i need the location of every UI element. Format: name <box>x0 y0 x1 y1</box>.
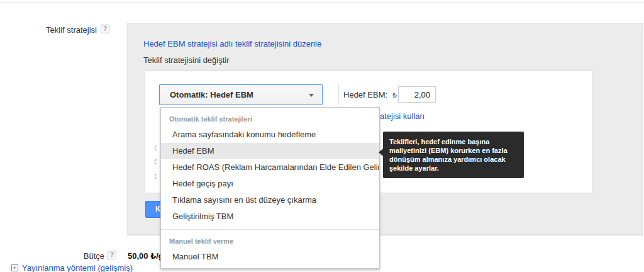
radio-fragment <box>155 159 157 164</box>
menu-item[interactable]: Arama sayfasındaki konumu hedefleme <box>161 127 379 143</box>
tooltip-arrow-icon <box>379 149 383 156</box>
target-cpa-tooltip: Teklifleri, hedef edinme başınamaliyetin… <box>383 132 524 178</box>
top-divider <box>0 2 644 3</box>
tooltip-line: maliyetinizi (EBM) korurken en fazla <box>389 146 518 155</box>
bid-strategy-help-icon[interactable]: ? <box>101 25 109 33</box>
menu-group-header: Otomatik teklif stratejileri <box>161 111 379 127</box>
menu-separator <box>161 229 379 230</box>
tooltip-line: Teklifleri, hedef edinme başına <box>389 137 518 146</box>
currency-lira-icon: ₺ <box>392 91 397 99</box>
menu-item[interactable]: Tıklama sayısını en üst düzeye çıkarma <box>161 192 379 208</box>
bid-strategy-select-value: Otomatik: Hedef EBM <box>170 90 253 99</box>
bid-strategy-menu: Otomatik teklif stratejileriArama sayfas… <box>160 107 380 269</box>
target-cpa-input[interactable] <box>398 86 436 103</box>
bid-strategy-label: Teklif stratejisi <box>0 25 97 35</box>
vertical-divider <box>338 84 339 105</box>
change-strategy-label: Teklif stratejisini değiştir <box>143 55 230 65</box>
tooltip-line: dönüşüm almanıza yardımcı olacak <box>389 155 518 164</box>
radio-fragment <box>155 174 157 179</box>
menu-item[interactable]: Manuel TBM <box>161 249 379 265</box>
radio-fragment <box>155 145 157 150</box>
tooltip-text: Teklifleri, hedef edinme başınamaliyetin… <box>389 137 518 173</box>
menu-item[interactable]: Hedef EBM <box>161 143 379 159</box>
budget-help-icon[interactable]: ? <box>108 251 116 259</box>
menu-item[interactable]: Hedef ROAS (Reklam Harcamalarından Elde … <box>161 159 379 176</box>
bid-strategy-select[interactable]: Otomatik: Hedef EBM <box>159 84 323 105</box>
expand-plus-icon[interactable]: + <box>11 264 18 271</box>
edit-strategy-link[interactable]: Hedef EBM stratejisi adlı teklif stratej… <box>143 39 321 48</box>
budget-value: 50,00 ₺/g <box>128 251 164 261</box>
tooltip-line: şekilde ayarlar. <box>389 164 518 173</box>
menu-item[interactable]: Hedef geçiş payı <box>161 176 379 192</box>
budget-label: Bütçe <box>0 251 104 261</box>
menu-item[interactable]: Geliştirilmiş TBM <box>161 208 379 225</box>
chevron-down-icon <box>309 94 314 97</box>
menu-group-header: Manuel teklif verme <box>161 234 379 249</box>
use-strategy-link-fragment[interactable]: atejisi kullan <box>380 111 425 121</box>
target-cpa-label: Hedef EBM: <box>343 90 387 99</box>
delivery-method-link[interactable]: Yayınlanma yöntemi (gelişmiş) <box>22 263 133 272</box>
